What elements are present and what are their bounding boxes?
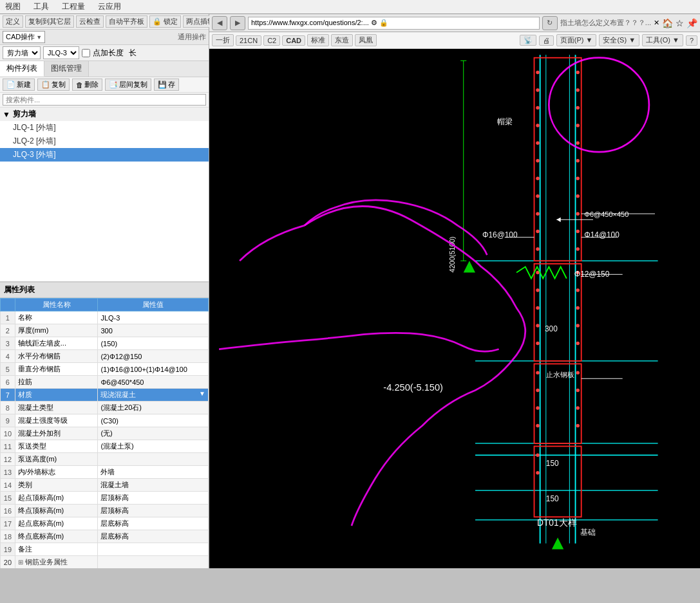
menu-item-view[interactable]: 视图 <box>3 0 23 14</box>
new-component-button[interactable]: 📄 新建 <box>3 79 35 91</box>
tb2-page[interactable]: 页面(P) ▼ <box>556 34 597 46</box>
prop-row-name: 终点底标高(m) <box>15 530 98 543</box>
tree-section-label: 剪力墙 <box>13 109 36 120</box>
svg-point-21 <box>536 177 539 180</box>
lock-button[interactable]: 🔒 锁定 <box>149 15 181 28</box>
svg-text:基础: 基础 <box>580 528 596 537</box>
menu-item-cloud[interactable]: 云应用 <box>95 0 124 14</box>
prop-row-num: 10 <box>1 427 15 440</box>
prop-dropdown-arrow[interactable]: ▼ <box>199 390 205 397</box>
svg-point-31 <box>536 371 539 374</box>
wall-code-select[interactable]: JLQ-3 <box>43 46 79 59</box>
home-icon[interactable]: 🏠 <box>662 18 673 28</box>
svg-point-40 <box>576 124 579 127</box>
svg-text:150: 150 <box>546 494 559 503</box>
search-input[interactable] <box>3 94 206 106</box>
prop-row-value[interactable]: 现浇混凝土 ▼ <box>98 389 209 402</box>
svg-point-20 <box>536 159 539 162</box>
svg-point-52 <box>576 342 579 345</box>
auto-align-button[interactable]: 自动平齐板 <box>106 15 147 28</box>
svg-point-38 <box>576 88 579 91</box>
refresh-button[interactable]: ↻ <box>542 16 558 30</box>
svg-point-37 <box>576 71 579 74</box>
tree-collapse-icon: ▼ <box>3 110 10 119</box>
tb2-rss[interactable]: 📡 <box>520 35 536 46</box>
address-bar[interactable] <box>248 17 540 30</box>
prop-row-num: 2 <box>1 324 15 337</box>
close-tab-icon[interactable]: ✕ <box>654 19 659 27</box>
prop-row-name: 混凝土强度等级 <box>15 414 98 427</box>
svg-point-25 <box>536 247 539 250</box>
svg-point-41 <box>576 142 579 145</box>
prop-row-num: 6 <box>1 376 15 389</box>
prop-row-name: 拉筋 <box>15 376 98 389</box>
prop-row-name: 类别 <box>15 479 98 492</box>
tb2-standard[interactable]: 标准 <box>307 34 329 46</box>
tree-item-jlq1[interactable]: JLQ-1 [外墙] <box>0 121 209 135</box>
svg-text:300: 300 <box>545 324 558 333</box>
svg-point-43 <box>576 177 579 180</box>
svg-point-39 <box>576 106 579 109</box>
tb2-print[interactable]: 🖨 <box>539 35 554 46</box>
tabs-row: 构件列表 图纸管理 <box>0 61 209 77</box>
properties-table: 属性名称 属性值 1名称JLQ-32厚度(mm)3003轴线距左墙皮...(15… <box>0 298 209 568</box>
cloud-check-button[interactable]: 云检查 <box>76 15 104 28</box>
prop-row-value: Φ6@450*450 <box>98 376 209 389</box>
tb2-dongzao[interactable]: 东造 <box>331 34 353 46</box>
tab-drawing-manager[interactable]: 图纸管理 <box>44 61 89 77</box>
prop-row-value: (混凝土20石) <box>98 402 209 414</box>
menu-item-tools[interactable]: 工具 <box>31 0 52 14</box>
point-length-checkbox[interactable] <box>82 49 90 57</box>
save-icon: 💾 <box>158 80 167 89</box>
tb2-help[interactable]: ? <box>686 35 697 46</box>
tb2-yizhe[interactable]: 一折 <box>212 34 234 46</box>
tree-item-jlq2[interactable]: JLQ-2 [外墙] <box>0 135 209 148</box>
delete-icon: 🗑 <box>76 81 83 89</box>
menu-item-quantity[interactable]: 工程量 <box>59 0 88 14</box>
define-button[interactable]: 定义 <box>3 15 23 28</box>
pin-icon[interactable]: 📌 <box>686 18 697 28</box>
tb2-security[interactable]: 安全(S) ▼ <box>599 34 639 46</box>
svg-point-56 <box>576 424 579 427</box>
prop-row-name: 名称 <box>15 311 98 324</box>
tb2-cad[interactable]: CAD <box>282 35 305 46</box>
prop-row-num: 3 <box>1 337 15 350</box>
tb2-21cn[interactable]: 21CN <box>236 35 261 46</box>
cad-op-dropdown[interactable]: CAD操作 ▼ <box>3 31 45 43</box>
back-button[interactable]: ◀ <box>212 16 227 30</box>
prop-row-num: 13 <box>1 466 15 479</box>
svg-text:Φ16@100: Φ16@100 <box>482 230 518 239</box>
cad-drawing-area[interactable]: -4.250(-5.150) Φ16@100 Φ14@100 Φ6@450×45… <box>209 49 700 567</box>
delete-component-button[interactable]: 🗑 删除 <box>72 79 102 91</box>
tab-component-list[interactable]: 构件列表 <box>0 61 44 77</box>
browser-toolbar2: 一折 21CN C2 CAD 标准 东造 凤凰 📡 🖨 页面(P) ▼ 安全(S… <box>209 32 700 49</box>
prop-row-value: 300 <box>98 324 209 337</box>
prop-row-name: 起点底标高(m) <box>15 517 98 530</box>
svg-text:Φ6@450×450: Φ6@450×450 <box>584 210 629 218</box>
wall-type-select[interactable]: 剪力墙 <box>3 46 41 59</box>
prop-row-num: 5 <box>1 363 15 376</box>
forward-button[interactable]: ▶ <box>230 16 245 30</box>
tb2-tools[interactable]: 工具(O) ▼ <box>642 34 683 46</box>
save-component-button[interactable]: 💾 存 <box>154 79 179 91</box>
col-prop-val: 属性值 <box>98 299 209 311</box>
svg-text:DT01大样: DT01大样 <box>537 518 577 528</box>
star-icon[interactable]: ☆ <box>676 18 684 28</box>
col-prop-name: 属性名称 <box>15 299 98 311</box>
wall-selector-row: 剪力墙 JLQ-3 点加长度 长 <box>0 45 209 61</box>
tree-section-header[interactable]: ▼ 剪力墙 <box>0 107 209 121</box>
tb2-fenghuang[interactable]: 凤凰 <box>355 34 377 46</box>
cad-svg: -4.250(-5.150) Φ16@100 Φ14@100 Φ6@450×45… <box>209 49 700 567</box>
expand-icon[interactable]: ⊞ <box>18 559 23 566</box>
svg-point-30 <box>536 342 539 345</box>
copy-component-button[interactable]: 📋 复制 <box>37 79 70 91</box>
svg-text:150: 150 <box>546 459 559 468</box>
prop-row-value: (150) <box>98 337 209 350</box>
copy-to-floor-button[interactable]: 复制到其它层 <box>25 15 74 28</box>
prop-row-num: 1 <box>1 311 15 324</box>
floor-copy-button[interactable]: 📑 层间复制 <box>105 79 151 91</box>
prop-row-value: 层底标高 <box>98 530 209 543</box>
tree-item-jlq3[interactable]: JLQ-3 [外墙] <box>0 148 209 162</box>
svg-point-19 <box>536 142 539 145</box>
tb2-c2[interactable]: C2 <box>263 35 280 46</box>
